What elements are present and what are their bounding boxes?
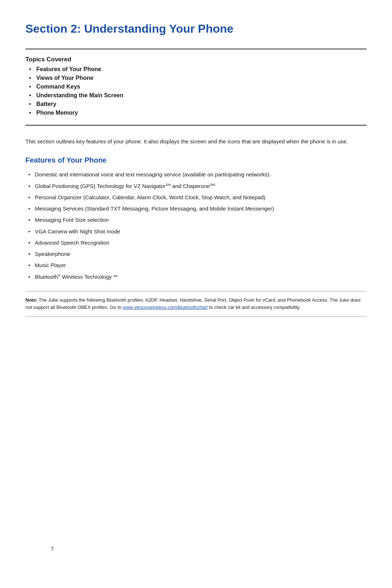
list-item: Command Keys — [29, 83, 367, 90]
intro-text: This section outlines key features of yo… — [25, 137, 367, 146]
list-item: Understanding the Main Screen — [29, 92, 367, 99]
topics-list: Features of Your Phone Views of Your Pho… — [25, 66, 367, 116]
list-item: Speakerphone — [28, 250, 367, 258]
features-heading: Features of Your Phone — [25, 156, 367, 164]
note-box: Note: The Juke supports the following Bl… — [25, 291, 367, 317]
note-text: Note: The Juke supports the following Bl… — [25, 297, 361, 310]
list-item: Bluetooth® Wireless Technology ** — [28, 273, 367, 281]
list-item: Battery — [29, 101, 367, 107]
page-wrapper: Section 2: Understanding Your Phone Topi… — [25, 22, 367, 566]
list-item: Messaging Services (Standard TXT Messagi… — [28, 204, 367, 213]
list-item: Domestic and international voice and tex… — [28, 170, 367, 179]
list-item: Personal Organizer (Calculator, Calendar… — [28, 193, 367, 201]
topics-covered-section: Topics Covered Features of Your Phone Vi… — [25, 49, 367, 126]
list-item: Music Player — [28, 261, 367, 269]
features-list: Domestic and international voice and tex… — [25, 170, 367, 281]
list-item: Features of Your Phone — [29, 66, 367, 73]
page-number: 7 — [51, 546, 54, 552]
topics-covered-label: Topics Covered — [25, 56, 367, 63]
list-item: Phone Memory — [29, 110, 367, 116]
list-item: Global Positioning (GPS) Technology for … — [28, 182, 367, 190]
note-label: Note: — [25, 297, 37, 303]
bluetooth-chart-link[interactable]: www.verizonwireless.com/bluetoothchart — [123, 305, 208, 310]
list-item: Views of Your Phone — [29, 75, 367, 81]
list-item: VGA Camera with Night Shot mode — [28, 227, 367, 236]
list-item: Advanced Speech Recognition — [28, 238, 367, 247]
list-item: Messaging Font Size selection — [28, 216, 367, 224]
page-title: Section 2: Understanding Your Phone — [25, 22, 367, 36]
